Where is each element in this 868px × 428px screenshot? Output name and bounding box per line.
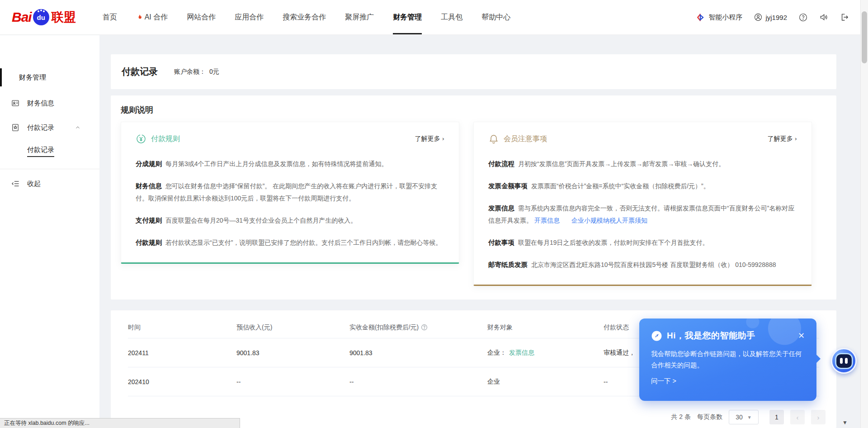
- user-icon: [754, 13, 762, 21]
- rule-cards-row: 付款规则 了解更多› 分成规则每月第3或4个工作日产出上月分成信息及发票信息，如…: [121, 122, 812, 286]
- sidebar-subitem-payment-records-active[interactable]: 付款记录: [0, 146, 99, 154]
- rule-item: 发票信息需与系统内发票信息内容完全一致，否则无法支付。请根据发票信息页面中“百度…: [488, 202, 797, 227]
- sidebar-section-finance-management[interactable]: 财务管理: [0, 71, 99, 83]
- announcement-sound-icon[interactable]: [819, 13, 828, 22]
- member-notes-card: 会员注意事项 了解更多› 付款流程月初按“发票信息”页面开具发票→上传发票→邮寄…: [473, 122, 812, 286]
- coin-yen-icon: [136, 133, 146, 144]
- col-finance-object: 财务对象: [487, 323, 604, 332]
- next-page-button[interactable]: ›: [811, 410, 826, 424]
- baidu-union-logo[interactable]: Bai du 联盟: [12, 9, 76, 25]
- logo-text-union: 联盟: [52, 9, 76, 25]
- cell-time: 202411: [128, 349, 236, 357]
- prev-page-button[interactable]: ‹: [790, 410, 805, 424]
- total-count: 共 2 条: [671, 413, 691, 421]
- nav-finance-management[interactable]: 财务管理: [383, 0, 431, 34]
- payment-rules-more-link[interactable]: 了解更多›: [415, 135, 444, 143]
- main-nav: 首页 AI 合作 网站合作 应用合作 搜索业务合作 聚屏推广 财务管理 工具包 …: [93, 0, 520, 34]
- logout-icon[interactable]: [840, 13, 849, 22]
- chevron-down-icon: ▼: [747, 415, 752, 420]
- chevron-up-icon: [75, 125, 80, 130]
- payment-rules-card: 付款规则 了解更多› 分成规则每月第3或4个工作日产出上月分成信息及发票信息，如…: [121, 122, 459, 264]
- rule-item: 邮寄纸质发票北京市海淀区西北旺东路10号院百度科技园5号楼 百度联盟财务组（收）…: [488, 259, 797, 271]
- cell-time: 202410: [128, 378, 236, 385]
- help-icon[interactable]: [799, 13, 807, 22]
- bell-icon: [488, 133, 499, 144]
- nav-website-cooperation[interactable]: 网站合作: [177, 0, 225, 34]
- balance-label: 账户余额：: [174, 68, 206, 75]
- logo-text-bai: Bai: [12, 10, 32, 25]
- cell-estimated: --: [236, 378, 349, 385]
- finance-info-card-icon: [11, 99, 20, 108]
- invoice-info-table-link[interactable]: 发票信息: [509, 349, 534, 356]
- col-estimated-income: 预估收入(元): [236, 323, 349, 332]
- assistant-message: 我会帮助您诊断合作链路问题，以及解答您关于任何合作相关的问题。: [639, 342, 816, 371]
- sidebar-divider: [0, 169, 99, 169]
- scroll-down-arrow-icon[interactable]: ▼: [842, 419, 848, 426]
- nav-home[interactable]: 首页: [93, 0, 127, 34]
- cell-finance-object: 企业: [487, 378, 604, 386]
- nav-help-center[interactable]: 帮助中心: [472, 0, 520, 34]
- col-actual-amount: 实收金额(扣除税费后/元): [349, 323, 487, 332]
- nav-ai-cooperation[interactable]: AI 合作: [127, 0, 178, 34]
- account-balance: 账户余额：0元: [174, 68, 219, 76]
- ask-assistant-link[interactable]: 问一下 >: [639, 371, 816, 385]
- page-title-card: 付款记录 账户余额：0元: [111, 54, 836, 89]
- assistant-robot-avatar[interactable]: [831, 348, 857, 374]
- member-notes-more-link[interactable]: 了解更多›: [768, 135, 797, 143]
- per-page-select[interactable]: 30 ▼: [729, 410, 759, 424]
- per-page-label: 每页条数: [697, 413, 722, 421]
- rule-item: 支付规则百度联盟会在每月20号—31号支付企业会员上个自然月产生的收入。: [136, 214, 444, 227]
- rule-item: 付款事项联盟在每月19日之后签收的发票，付款时间安排在下个月首批支付。: [488, 237, 797, 249]
- user-account[interactable]: jyj1992: [754, 13, 787, 21]
- rule-item: 发票金额事项发票票面“价税合计”金额=系统中“实收金额（扣除税费后/元）”。: [488, 180, 797, 192]
- nav-toolkit[interactable]: 工具包: [431, 0, 472, 34]
- cell-actual: --: [349, 378, 487, 385]
- question-circle-icon[interactable]: [421, 324, 428, 331]
- rules-card: 规则说明 付款规则 了解更多› 分成规则每月第3或4个工: [111, 95, 836, 300]
- header-right-cluster: 智能小程序 jyj1992: [697, 13, 849, 22]
- cell-estimated: 9001.83: [236, 349, 349, 357]
- rule-item: 付款流程月初按“发票信息”页面开具发票→上传发票→邮寄发票→审核→确认支付。: [488, 158, 797, 170]
- compass-icon: [651, 330, 662, 342]
- col-time: 时间: [128, 323, 236, 332]
- browser-status-bar: 正在等待 xlab.baidu.com 的响应...: [0, 418, 240, 428]
- menu-fold-icon: [11, 179, 20, 188]
- rule-card-title: 会员注意事项: [504, 134, 547, 144]
- sidebar-item-finance-info[interactable]: 财务信息: [0, 99, 99, 108]
- nav-app-cooperation[interactable]: 应用合作: [225, 0, 273, 34]
- close-icon[interactable]: ✕: [798, 332, 805, 340]
- top-navigation-bar: Bai du 联盟 首页 AI 合作 网站合作 应用合作 搜索业务合作 聚屏推广…: [0, 0, 868, 35]
- rule-item: 财务信息您可以在财务信息中选择“保留付款”。 在此期间您产生的收入将在账户内进行…: [136, 180, 444, 204]
- cell-actual: 9001.83: [349, 349, 487, 357]
- rule-item: 分成规则每月第3或4个工作日产出上月分成信息及发票信息，如有特殊情况将提前通知。: [136, 158, 444, 170]
- pagination: 共 2 条 每页条数 30 ▼ 1 ‹ ›: [671, 410, 826, 424]
- nav-search-cooperation[interactable]: 搜索业务合作: [273, 0, 335, 34]
- smart-miniprogram-link[interactable]: 智能小程序: [697, 13, 742, 22]
- page-title: 付款记录: [122, 66, 158, 78]
- robot-face: [836, 354, 852, 368]
- balance-value: 0元: [209, 68, 219, 75]
- active-section-indicator: [0, 68, 2, 86]
- scrollbar-thumb[interactable]: [862, 11, 867, 63]
- nav-screen-promotion[interactable]: 聚屏推广: [335, 0, 383, 34]
- cell-finance-object: 企业：发票信息: [487, 349, 604, 357]
- sidebar: 财务管理 财务信息 付款记录 付款记录: [0, 35, 99, 428]
- assistant-title: Hi，我是您的智能助手: [667, 330, 755, 342]
- rule-card-title: 付款规则: [151, 134, 180, 144]
- smart-assistant-popup: Hi，我是您的智能助手 ✕ 我会帮助您诊断合作链路问题，以及解答您关于任何合作相…: [639, 319, 816, 401]
- page-scrollbar[interactable]: [860, 0, 868, 428]
- baidu-union-finance-page: Bai du 联盟 首页 AI 合作 网站合作 应用合作 搜索业务合作 聚屏推广…: [0, 0, 868, 428]
- rule-item: 付款规则若付款状态显示“已支付”，说明联盟已安排了您的付款。支付后三个工作日内到…: [136, 237, 444, 249]
- miniprogram-diamond-icon: [697, 13, 705, 22]
- page-number-1[interactable]: 1: [769, 410, 784, 424]
- invoice-info-link[interactable]: 开票信息: [534, 217, 560, 224]
- rules-heading: 规则说明: [121, 105, 812, 115]
- small-taxpayer-notice-link[interactable]: 企业小规模纳税人开票须知: [571, 217, 647, 224]
- baidu-paw-icon: du: [33, 9, 49, 25]
- sidebar-item-payment-records[interactable]: 付款记录: [0, 123, 99, 132]
- flame-icon: [136, 14, 143, 21]
- payment-records-badge-icon: [11, 123, 20, 132]
- sidebar-collapse-button[interactable]: 收起: [0, 179, 99, 188]
